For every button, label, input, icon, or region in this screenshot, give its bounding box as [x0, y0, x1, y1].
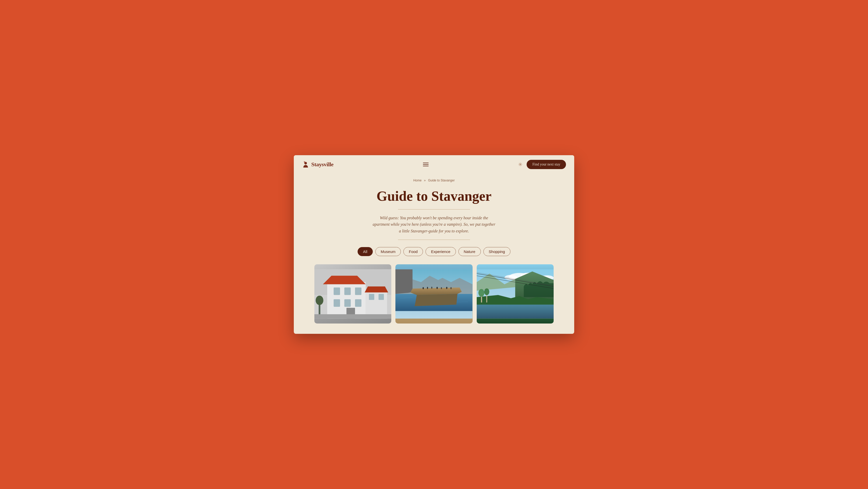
svg-rect-7	[344, 287, 351, 295]
svg-rect-19	[314, 314, 391, 318]
filter-all[interactable]: All	[358, 247, 373, 256]
svg-rect-8	[355, 287, 362, 295]
breadcrumb-separator: »	[424, 179, 426, 182]
svg-marker-16	[365, 286, 388, 292]
svg-point-32	[441, 287, 442, 289]
logo-icon	[302, 161, 309, 168]
page-description: Wild guess: You probably won't be spendi…	[372, 215, 496, 235]
hamburger-menu[interactable]	[422, 162, 430, 167]
card-2-image	[395, 264, 472, 324]
svg-point-34	[451, 287, 452, 289]
svg-point-30	[431, 286, 432, 288]
svg-point-31	[437, 287, 438, 289]
breadcrumb: Home » Guide to Stavanger	[413, 179, 455, 182]
filter-shopping[interactable]: Shopping	[484, 247, 510, 256]
find-stay-button[interactable]: Find your next stay	[527, 160, 566, 169]
filter-tags: All Museum Food Experience Nature Shoppi…	[314, 247, 554, 256]
svg-rect-11	[355, 299, 362, 307]
card-3-image	[477, 264, 554, 324]
page-title: Guide to Stavanger	[314, 189, 554, 204]
card-1-image	[314, 264, 391, 324]
breadcrumb-current: Guide to Stavanger	[428, 179, 455, 182]
svg-point-21	[316, 296, 323, 305]
divider-top	[398, 209, 470, 210]
svg-point-43	[478, 289, 484, 297]
logo-area: Staysville	[302, 161, 333, 168]
site-header: Staysville ✳ Find your next stay	[294, 155, 574, 174]
filter-museum[interactable]: Museum	[375, 247, 401, 256]
svg-point-45	[484, 288, 489, 295]
logo-text: Staysville	[311, 161, 333, 168]
svg-rect-9	[334, 299, 340, 307]
filter-experience[interactable]: Experience	[426, 247, 456, 256]
svg-rect-18	[378, 294, 384, 300]
svg-rect-10	[344, 299, 351, 307]
main-content: Guide to Stavanger Wild guess: You proba…	[294, 185, 574, 334]
image-grid	[314, 264, 554, 324]
svg-rect-17	[369, 294, 374, 300]
snowflake-icon: ✳	[518, 161, 523, 167]
breadcrumb-area: Home » Guide to Stavanger	[294, 174, 574, 185]
header-right: ✳ Find your next stay	[518, 160, 566, 169]
main-container: Staysville ✳ Find your next stay Home » …	[294, 155, 574, 334]
filter-food[interactable]: Food	[403, 247, 423, 256]
filter-nature[interactable]: Nature	[459, 247, 481, 256]
breadcrumb-home[interactable]: Home	[413, 179, 422, 182]
svg-rect-6	[334, 287, 340, 295]
svg-point-29	[427, 287, 428, 289]
card-2[interactable]	[395, 264, 472, 324]
divider-bottom	[398, 240, 470, 240]
svg-point-28	[423, 287, 424, 289]
card-3[interactable]	[477, 264, 554, 324]
svg-point-33	[446, 287, 447, 289]
card-1[interactable]	[314, 264, 391, 324]
